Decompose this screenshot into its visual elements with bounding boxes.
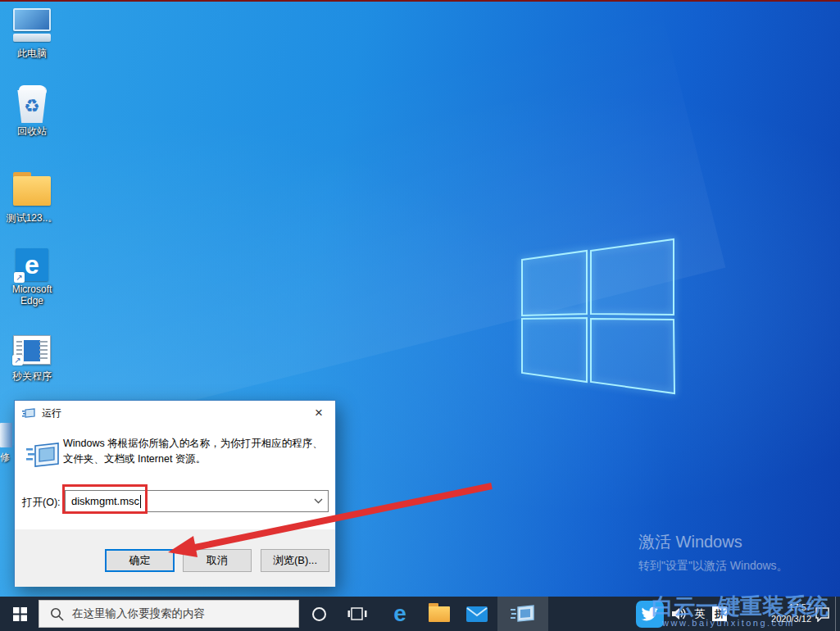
task-view-icon (347, 604, 367, 624)
icon-label: 回收站 (1, 125, 63, 137)
run-icon (511, 604, 535, 624)
language-label: 英 (695, 606, 706, 621)
tray-clock[interactable]: 17:57 2020/3/12 (733, 601, 811, 624)
annotation-highlight-box (62, 484, 148, 514)
description-line1: Windows 将根据你所输入的名称，为你打开相应的程序、 (63, 438, 323, 449)
file-explorer-button[interactable] (420, 597, 459, 631)
hidden-icon-fragment (0, 423, 12, 447)
recycle-bin-icon: ♻ (16, 90, 48, 123)
folder-icon (13, 177, 51, 207)
clock-date: 2020/3/12 (733, 613, 811, 624)
clock-time: 17:57 (733, 601, 811, 613)
tray-twitter-button[interactable] (633, 597, 667, 631)
shortcut-arrow-icon: ↗ (14, 272, 25, 283)
mail-button[interactable] (457, 597, 497, 631)
icon-label: 秒关程序 (1, 370, 63, 382)
description-line2: 文件夹、文档或 Internet 资源。 (63, 453, 206, 465)
desktop-icon-program[interactable]: ↗ 秒关程序 (1, 335, 63, 382)
program-window-icon: ↗ (13, 335, 51, 365)
action-center-icon (814, 606, 830, 622)
tray-language-indicator[interactable]: 英 (690, 597, 710, 631)
action-center-button[interactable] (810, 597, 834, 631)
desktop-icon-partially-hidden[interactable]: 修 (0, 423, 14, 465)
run-dialog-icon (22, 408, 35, 419)
search-icon (50, 607, 64, 621)
icon-label: Microsoft Edge (1, 284, 63, 306)
tray-ime-mode[interactable]: 拼 (710, 597, 729, 631)
desktop: 激活 Windows 转到"设置"以激活 Windows。 此电脑 ♻ 回收站 … (0, 0, 840, 631)
top-edge-artifact (0, 0, 840, 2)
search-placeholder: 在这里输入你要搜索的内容 (72, 606, 205, 621)
ime-mode-label: 拼 (712, 606, 727, 621)
icon-label: 修 (0, 451, 14, 465)
run-icon-large (25, 442, 60, 471)
windows-wallpaper-logo (516, 234, 680, 397)
tray-volume-button[interactable] (669, 597, 690, 631)
cancel-button[interactable]: 取消 (183, 549, 252, 572)
run-dialog-footer: 确定 取消 浏览(B)... (15, 529, 335, 587)
edge-icon: e (393, 601, 406, 627)
browse-button[interactable]: 浏览(B)... (261, 549, 329, 572)
cortana-button[interactable] (300, 597, 338, 631)
activation-line2: 转到"设置"以激活 Windows。 (638, 559, 788, 574)
desktop-icon-test-folder[interactable]: 测试123..。 (1, 170, 63, 224)
file-explorer-icon (429, 606, 450, 622)
windows-start-icon (13, 607, 27, 621)
icon-label: 此电脑 (1, 48, 63, 59)
activation-watermark: 激活 Windows 转到"设置"以激活 Windows。 (638, 531, 788, 574)
ok-button[interactable]: 确定 (105, 549, 175, 572)
icon-label: 测试123..。 (1, 212, 63, 224)
taskbar-edge-button[interactable]: e (380, 597, 420, 631)
taskbar: 在这里输入你要搜索的内容 e (0, 597, 840, 631)
open-field-label: 打开(O): (22, 496, 61, 510)
run-dialog-title: 运行 (42, 406, 61, 420)
desktop-icon-this-pc[interactable]: 此电脑 (1, 8, 63, 59)
start-button[interactable] (0, 597, 39, 631)
taskbar-search-input[interactable]: 在这里输入你要搜索的内容 (39, 600, 299, 628)
close-icon[interactable]: × (307, 404, 330, 421)
run-dialog-description: Windows 将根据你所输入的名称，为你打开相应的程序、 文件夹、文档或 In… (63, 436, 329, 467)
run-dialog-titlebar[interactable]: 运行 × (15, 401, 335, 425)
twitter-icon (636, 601, 664, 628)
show-desktop-divider[interactable] (835, 597, 836, 631)
edge-icon: e ↗ (16, 248, 48, 281)
chevron-down-icon (314, 498, 323, 504)
mail-icon (466, 606, 488, 622)
combobox-dropdown-button[interactable] (310, 493, 326, 510)
this-pc-icon (13, 8, 51, 42)
activation-line1: 激活 Windows (638, 531, 788, 553)
shortcut-arrow-icon: ↗ (12, 355, 23, 365)
task-view-button[interactable] (338, 597, 377, 631)
cortana-icon (312, 607, 326, 621)
desktop-icon-recycle-bin[interactable]: ♻ 回收站 (1, 84, 63, 137)
desktop-icon-microsoft-edge[interactable]: e ↗ Microsoft Edge (1, 248, 63, 306)
taskbar-run-button-active[interactable] (497, 597, 548, 631)
speaker-icon (671, 606, 688, 621)
